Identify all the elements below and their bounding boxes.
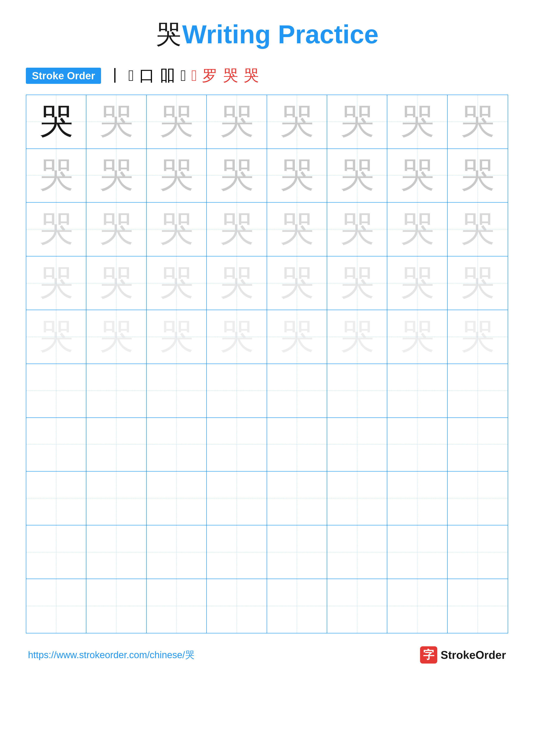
- grid-cell[interactable]: 哭: [447, 149, 508, 203]
- grid-cell[interactable]: [387, 364, 447, 418]
- grid-cell[interactable]: [26, 526, 87, 579]
- grid-cell[interactable]: [147, 579, 207, 633]
- cell-character: 哭: [460, 206, 495, 253]
- grid-cell[interactable]: [447, 579, 508, 633]
- grid-cell[interactable]: 哭: [147, 310, 207, 364]
- grid-cell[interactable]: [26, 364, 87, 418]
- grid-cell[interactable]: [87, 472, 146, 526]
- grid-cell[interactable]: [327, 364, 387, 418]
- grid-cell[interactable]: [267, 579, 327, 633]
- grid-cell[interactable]: 哭: [327, 256, 387, 310]
- grid-cell[interactable]: 哭: [87, 95, 146, 149]
- grid-cell[interactable]: [207, 364, 267, 418]
- grid-cell[interactable]: [267, 526, 327, 579]
- grid-cell[interactable]: 哭: [207, 256, 267, 310]
- grid-cell[interactable]: [447, 526, 508, 579]
- grid-cell[interactable]: 哭: [147, 256, 207, 310]
- grid-cell[interactable]: 哭: [387, 202, 447, 256]
- cell-character: 哭: [219, 152, 254, 199]
- cell-character: 哭: [340, 260, 374, 307]
- grid-cell[interactable]: 哭: [147, 95, 207, 149]
- grid-cell[interactable]: 哭: [387, 256, 447, 310]
- grid-cell[interactable]: 哭: [387, 149, 447, 203]
- grid-cell[interactable]: [207, 472, 267, 526]
- grid-cell[interactable]: 哭: [207, 310, 267, 364]
- grid-cell[interactable]: 哭: [387, 95, 447, 149]
- grid-cell[interactable]: 哭: [267, 202, 327, 256]
- grid-cell[interactable]: [387, 526, 447, 579]
- grid-cell[interactable]: 哭: [26, 310, 87, 364]
- grid-cell[interactable]: [87, 526, 146, 579]
- grid-cell[interactable]: [26, 579, 87, 633]
- grid-cell[interactable]: [447, 418, 508, 472]
- title-chinese-char: 哭: [156, 20, 181, 49]
- grid-cell[interactable]: 哭: [87, 149, 146, 203]
- grid-cell[interactable]: 哭: [447, 95, 508, 149]
- grid-cell[interactable]: [87, 579, 146, 633]
- grid-cell[interactable]: [87, 418, 146, 472]
- grid-cell[interactable]: [26, 472, 87, 526]
- grid-cell[interactable]: 哭: [147, 149, 207, 203]
- grid-cell[interactable]: [207, 579, 267, 633]
- grid-cell[interactable]: 哭: [447, 310, 508, 364]
- stroke-1: 丨: [108, 65, 123, 86]
- grid-cell[interactable]: [447, 472, 508, 526]
- grid-cell[interactable]: 哭: [26, 149, 87, 203]
- grid-cell[interactable]: 哭: [87, 256, 146, 310]
- grid-cell[interactable]: [387, 472, 447, 526]
- grid-cell[interactable]: [207, 418, 267, 472]
- cell-character: 哭: [340, 98, 374, 145]
- grid-cell[interactable]: 哭: [26, 256, 87, 310]
- grid-cell[interactable]: 哭: [387, 310, 447, 364]
- grid-cell[interactable]: 哭: [26, 202, 87, 256]
- grid-cell[interactable]: [327, 579, 387, 633]
- grid-cell[interactable]: [147, 472, 207, 526]
- stroke-order-row: Stroke Order 丨 𠃌 口 吅 𠮛 𠮜 罗 哭 哭: [26, 65, 508, 86]
- stroke-2: 𠃌: [128, 67, 134, 85]
- grid-cell[interactable]: [267, 472, 327, 526]
- grid-cell[interactable]: 哭: [267, 95, 327, 149]
- grid-cell[interactable]: 哭: [447, 202, 508, 256]
- grid-cell[interactable]: 哭: [87, 202, 146, 256]
- grid-cell[interactable]: [147, 418, 207, 472]
- grid-cell[interactable]: 哭: [267, 310, 327, 364]
- grid-cell[interactable]: 哭: [207, 149, 267, 203]
- grid-cell[interactable]: [387, 418, 447, 472]
- grid-cell[interactable]: [327, 526, 387, 579]
- grid-cell[interactable]: 哭: [327, 149, 387, 203]
- grid-cell[interactable]: [327, 472, 387, 526]
- grid-cell[interactable]: [207, 526, 267, 579]
- cell-character: 哭: [159, 260, 194, 307]
- grid-cell[interactable]: 哭: [87, 310, 146, 364]
- grid-cell[interactable]: 哭: [447, 256, 508, 310]
- cell-character: 哭: [280, 206, 314, 253]
- cell-character: 哭: [159, 98, 194, 145]
- cell-character: 哭: [99, 260, 134, 307]
- grid-cell[interactable]: 哭: [327, 310, 387, 364]
- cell-character: 哭: [99, 152, 134, 199]
- stroke-4: 吅: [160, 65, 175, 86]
- grid-cell[interactable]: [147, 364, 207, 418]
- grid-cell[interactable]: 哭: [147, 202, 207, 256]
- cell-character: 哭: [39, 260, 73, 307]
- cell-character: 哭: [400, 206, 435, 253]
- grid-cell[interactable]: [327, 418, 387, 472]
- grid-cell[interactable]: 哭: [26, 95, 87, 149]
- grid-cell[interactable]: 哭: [207, 95, 267, 149]
- cell-character: 哭: [340, 152, 374, 199]
- grid-cell[interactable]: [147, 526, 207, 579]
- grid-cell[interactable]: 哭: [267, 149, 327, 203]
- cell-character: 哭: [460, 313, 495, 360]
- cell-character: 哭: [460, 260, 495, 307]
- grid-cell[interactable]: 哭: [207, 202, 267, 256]
- cell-character: 哭: [159, 206, 194, 253]
- grid-cell[interactable]: 哭: [327, 202, 387, 256]
- grid-cell[interactable]: 哭: [327, 95, 387, 149]
- grid-cell[interactable]: [447, 364, 508, 418]
- grid-cell[interactable]: [87, 364, 146, 418]
- grid-cell[interactable]: 哭: [267, 256, 327, 310]
- grid-cell[interactable]: [26, 418, 87, 472]
- grid-cell[interactable]: [267, 418, 327, 472]
- grid-cell[interactable]: [387, 579, 447, 633]
- grid-cell[interactable]: [267, 364, 327, 418]
